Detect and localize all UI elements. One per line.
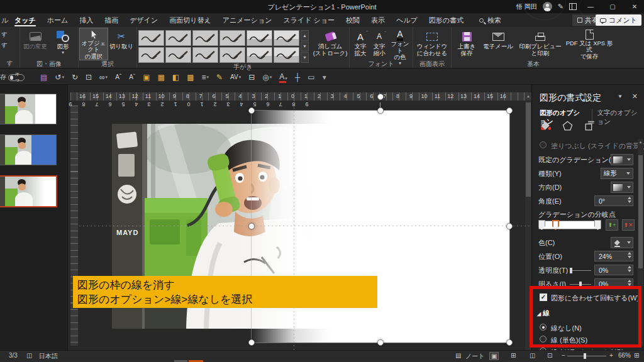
slide-sorter-view-button[interactable]: ⊞ <box>511 352 516 359</box>
restore-button[interactable]: ▢ <box>604 3 621 10</box>
save-as-pdf-button[interactable]: PDF 又は XPS 形式 で保存 <box>565 28 614 60</box>
scroll-up-icon[interactable]: ▲ <box>525 92 531 100</box>
undo-icon[interactable]: ↺▾ <box>55 73 64 82</box>
scroll-up-icon[interactable]: ▲ <box>638 139 643 145</box>
pen-style-5[interactable] <box>247 30 272 46</box>
autosave-toggle[interactable]: 存 オフ <box>0 73 33 82</box>
paste-icon[interactable]: ▦ <box>157 73 164 82</box>
pane-options-caret-icon[interactable]: ▼ <box>618 94 623 99</box>
clipped-command[interactable]: す <box>1 41 18 50</box>
resize-handle-sw[interactable] <box>248 339 255 346</box>
rotation-handle[interactable] <box>377 94 384 100</box>
format-painter-icon[interactable]: ✎ <box>216 73 223 82</box>
pen-style-6[interactable] <box>274 30 299 46</box>
pen-style-10[interactable] <box>219 47 245 63</box>
gallery-down-button[interactable]: ▼ <box>301 41 309 52</box>
resize-handle-nw[interactable] <box>248 107 255 114</box>
save-icon[interactable]: ▤ <box>40 73 47 82</box>
brightness-slider[interactable] <box>570 284 591 285</box>
char-spacing-icon[interactable]: AV▾ <box>230 73 241 82</box>
pen-style-2[interactable] <box>165 30 191 46</box>
gradient-stops-bar[interactable] <box>538 221 601 229</box>
text-box-icon[interactable]: ▭ <box>308 73 314 82</box>
email-button[interactable]: 電子メール <box>480 28 516 60</box>
slideshow-view-button[interactable]: ⊡ <box>547 352 552 359</box>
gradient-direction-button[interactable] <box>611 182 633 193</box>
resize-handle-e[interactable] <box>506 223 513 229</box>
slide-thumbnail-1[interactable] <box>0 94 56 124</box>
tab-挿入[interactable]: 挿入 <box>74 13 99 27</box>
pen-style-7[interactable] <box>138 47 164 63</box>
user-name[interactable]: 悟 岡田 <box>516 3 537 11</box>
preset-gradients-button[interactable] <box>611 154 633 165</box>
notes-button[interactable]: ノート <box>465 352 484 361</box>
crop-icon[interactable]: ┼ <box>295 73 301 82</box>
resize-handle-n[interactable] <box>377 107 384 114</box>
tab-ヘルプ[interactable]: ヘルプ <box>391 13 423 27</box>
normal-view-button[interactable]: ▣ <box>489 352 499 360</box>
stop-color-button[interactable] <box>611 237 633 248</box>
tab-画面切り替え[interactable]: 画面切り替え <box>164 13 217 27</box>
tab-描画[interactable]: 描画 <box>99 13 124 27</box>
copy-icon[interactable]: ▣ <box>143 73 150 82</box>
tab-図形の書式[interactable]: 図形の書式 <box>423 13 469 27</box>
fit-slide-to-window-button[interactable]: ⊞ <box>634 352 639 359</box>
pen-style-4[interactable] <box>219 30 245 46</box>
display-icon[interactable]: ⊟ <box>248 73 255 82</box>
add-gradient-stop-button[interactable]: ⬆+ <box>606 219 618 231</box>
gallery-up-button[interactable]: ▲ <box>301 30 309 41</box>
cut-button[interactable]: ✂ 切り取り <box>108 28 135 60</box>
print-preview-button[interactable]: 印刷プレビュー と印刷 <box>516 28 565 60</box>
shrink-font-button[interactable]: Aˇ 文字 縮小 <box>370 28 389 60</box>
vertical-guide[interactable] <box>294 92 294 350</box>
slide-layout-icon[interactable]: ◧ <box>172 73 179 82</box>
tab-タッチ[interactable]: タッチ <box>9 13 42 27</box>
effects-icon[interactable] <box>562 120 574 133</box>
tab-アニメーション[interactable]: アニメーション <box>217 13 278 27</box>
vertical-ruler[interactable]: 9876543210123456789 <box>70 106 79 346</box>
resize-handle-s[interactable] <box>377 339 384 346</box>
fill-and-line-icon[interactable] <box>540 120 552 133</box>
zoom-level[interactable]: 66% <box>618 352 631 359</box>
scrollbar-thumb[interactable] <box>638 155 643 268</box>
hyperlink-icon[interactable]: ∞▾ <box>99 73 108 82</box>
gradient-type-select[interactable]: 線形 <box>601 168 633 179</box>
inking-pen-icon[interactable]: ✎ <box>558 3 564 11</box>
fit-to-window-button[interactable]: ウィンドウ に合わせる <box>414 28 450 60</box>
resize-handle-w[interactable] <box>248 223 255 229</box>
ink-eraser-button[interactable]: 消しゴム (ストローク) <box>313 28 348 60</box>
pen-style-9[interactable] <box>192 47 218 63</box>
save-button[interactable]: 上書き 保存 <box>453 28 480 60</box>
close-button[interactable]: ✕ <box>626 3 643 10</box>
transparency-spinner[interactable]: 0% <box>594 265 633 275</box>
slide-thumbnail-2[interactable] <box>0 135 56 165</box>
font-color-button[interactable]: A フォント の色 ▾ <box>389 28 411 60</box>
change-picture-button[interactable]: 図の変更 <box>21 28 49 60</box>
zoom-slider-knob[interactable] <box>584 353 586 359</box>
tab-ホーム[interactable]: ホーム <box>42 13 74 27</box>
pane-close-icon[interactable]: ✕ <box>632 92 638 101</box>
duplicate-icon[interactable]: ▩ <box>187 73 194 82</box>
ribbon-display-options-icon[interactable] <box>569 3 577 10</box>
pen-style-8[interactable] <box>165 47 191 63</box>
pen-style-1[interactable] <box>138 30 164 46</box>
gradient-stop-3[interactable] <box>594 220 601 230</box>
scrollbar-thumb[interactable] <box>526 102 531 197</box>
clipped-command[interactable]: す <box>1 31 18 39</box>
align-icon[interactable]: ≡▾ <box>202 73 209 82</box>
remove-gradient-stop-button[interactable]: ⬆✕ <box>622 219 635 231</box>
slide-thumbnail-3-selected[interactable] <box>0 177 56 206</box>
avatar[interactable] <box>543 2 552 11</box>
zoom-slider[interactable] <box>567 356 606 356</box>
redo-icon[interactable]: ↻ <box>72 73 78 82</box>
size-properties-icon[interactable] <box>584 120 596 133</box>
gradient-stop-2-selected[interactable] <box>552 220 559 230</box>
fill-slide-background-radio[interactable]: 塗りつぶし (スライドの背景)(B) <box>532 140 644 151</box>
transparency-slider[interactable] <box>570 270 591 271</box>
horizontal-guide[interactable] <box>79 226 531 226</box>
position-spinner[interactable]: 24% <box>594 251 633 261</box>
tab-スライド ショー[interactable]: スライド ショー <box>277 13 340 27</box>
merge-shapes-icon[interactable]: ◎▾ <box>262 73 272 82</box>
minimize-button[interactable]: — <box>582 3 599 10</box>
angle-spinner[interactable]: 0° <box>594 195 633 206</box>
